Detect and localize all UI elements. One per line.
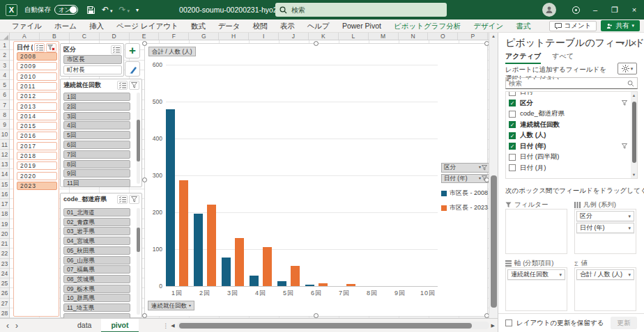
field-row-日付 (四半期)[interactable]: 日付 (四半期): [509, 152, 627, 163]
row-header-10[interactable]: 10: [0, 129, 9, 139]
vertical-scrollbar[interactable]: ▲: [489, 33, 498, 318]
bar-市区長 - 2023-7回[interactable]: [346, 284, 355, 286]
search-input[interactable]: [291, 6, 417, 14]
slicer-item[interactable]: 2009: [17, 62, 57, 70]
chart-selection-handle[interactable]: [142, 41, 147, 46]
column-header-H[interactable]: H: [219, 33, 249, 40]
field-row-code_都道府県[interactable]: code_都道府県: [509, 109, 627, 120]
ribbon-tab-13[interactable]: 書式: [509, 19, 537, 32]
window-options-icon[interactable]: [566, 0, 585, 19]
row-header-6[interactable]: 6: [0, 90, 9, 100]
row-header-5[interactable]: 5: [0, 80, 9, 90]
bar-市区長 - 2008-4回[interactable]: [250, 276, 259, 286]
slicer-item[interactable]: 5回: [63, 131, 130, 139]
column-header-I[interactable]: I: [249, 33, 279, 40]
field-checkbox[interactable]: ✓: [509, 121, 516, 128]
slicer-item[interactable]: 2回: [63, 102, 130, 111]
column-header-J[interactable]: J: [279, 33, 309, 40]
slicer-item[interactable]: 2016: [17, 132, 57, 140]
row-header-26[interactable]: 26: [0, 288, 9, 298]
row-header-20[interactable]: 20: [0, 229, 9, 239]
field-row-日付 (年)[interactable]: ✓日付 (年): [509, 141, 627, 152]
field-checkbox[interactable]: [509, 111, 516, 118]
field-chip-区分[interactable]: 区分▾: [576, 211, 634, 221]
column-header-F[interactable]: F: [159, 33, 189, 40]
ribbon-tab-9[interactable]: ヘルプ: [301, 19, 336, 32]
ribbon-tab-8[interactable]: 表示: [274, 19, 301, 32]
select-all-corner[interactable]: [0, 33, 10, 40]
ribbon-tab-10[interactable]: Power Pivot: [336, 19, 388, 32]
multiselect-icon[interactable]: [117, 195, 128, 204]
area-box-2[interactable]: 連続就任回数▾: [505, 267, 567, 311]
field-row-人数 (人)[interactable]: ✓人数 (人): [509, 130, 627, 141]
legend-field-button-date[interactable]: 日付 (年)▾: [441, 174, 489, 184]
slicer-scroll-thumb[interactable]: [137, 120, 140, 161]
row-header-17[interactable]: 17: [0, 199, 9, 209]
chart-selection-handle[interactable]: [314, 313, 319, 318]
slicer-item[interactable]: 市区長: [63, 55, 122, 64]
column-header-A[interactable]: A: [10, 33, 40, 40]
bar-市区長 - 2023-2回[interactable]: [207, 205, 216, 286]
column-header-C[interactable]: C: [70, 33, 100, 40]
slicer-item[interactable]: 03_岩手県: [63, 227, 130, 235]
field-row-区分[interactable]: ✓区分: [509, 98, 627, 109]
slicer-scrollbar[interactable]: [137, 93, 140, 184]
clear-filter-icon[interactable]: [46, 43, 56, 52]
legend-field-button-kubun[interactable]: 区分▾: [441, 163, 489, 173]
slicer-item[interactable]: 8回: [63, 160, 130, 168]
area-box-3[interactable]: 合計 / 人数 (人)▾: [574, 267, 636, 311]
close-button[interactable]: ×: [624, 0, 644, 19]
bar-市区長 - 2023-1回[interactable]: [179, 180, 188, 286]
sheet-nav-next-icon[interactable]: ›: [15, 321, 24, 331]
field-checkbox[interactable]: ✓: [509, 132, 516, 139]
update-button[interactable]: 更新: [611, 317, 637, 329]
excel-app-icon[interactable]: X: [6, 4, 17, 16]
row-header-16[interactable]: 16: [0, 189, 9, 199]
avatar[interactable]: [542, 3, 556, 17]
slicer-code[interactable]: code_都道府県01_北海道02_青森県03_岩手県04_宮城県05_秋田県0…: [60, 193, 142, 318]
slicer-item[interactable]: 2010: [17, 72, 57, 81]
close-icon[interactable]: ✕: [631, 39, 637, 48]
slicer-item[interactable]: 1回: [63, 93, 130, 101]
bar-市区長 - 2023-5回[interactable]: [291, 266, 300, 286]
save-icon[interactable]: [86, 6, 95, 15]
column-header-K[interactable]: K: [309, 33, 339, 40]
chart-value-field-button[interactable]: 合計 / 人数 (人): [148, 47, 196, 56]
slicer-item[interactable]: 11回: [63, 179, 130, 187]
row-header-7[interactable]: 7: [0, 100, 9, 110]
row-header-22[interactable]: 22: [0, 248, 9, 258]
horizontal-scrollbar[interactable]: ⋮ ◀ ▶: [162, 322, 495, 329]
chart-selection-handle[interactable]: [142, 313, 147, 318]
pane-tab-すべて[interactable]: すべて: [552, 52, 574, 64]
search-box[interactable]: [275, 3, 447, 17]
slicer-item[interactable]: 10_群馬県: [63, 294, 130, 302]
ribbon-tab-3[interactable]: 挿入: [83, 19, 110, 32]
field-chip-合計 / 人数 (人)[interactable]: 合計 / 人数 (人)▾: [576, 269, 634, 280]
chevron-down-icon[interactable]: ▾: [621, 39, 624, 47]
scroll-up-icon[interactable]: ▲: [489, 33, 498, 40]
slicer-item[interactable]: 08_茨城県: [63, 275, 130, 283]
slicer-item[interactable]: 4回: [63, 121, 130, 129]
chart-selection-handle[interactable]: [484, 313, 489, 318]
row-header-18[interactable]: 18: [0, 209, 9, 219]
area-box-0[interactable]: [505, 209, 567, 254]
fields-search-box[interactable]: [505, 77, 638, 89]
column-header-P[interactable]: P: [458, 33, 488, 40]
scroll-down-icon[interactable]: ▼: [631, 173, 637, 177]
bar-市区長 - 2023-4回[interactable]: [263, 247, 272, 286]
slicer-item[interactable]: 06_山形県: [63, 256, 130, 264]
field-checkbox[interactable]: [509, 154, 516, 161]
column-header-L[interactable]: L: [339, 33, 369, 40]
field-checkbox[interactable]: [509, 91, 516, 96]
slicer-item[interactable]: 2015: [17, 122, 57, 130]
column-header-E[interactable]: E: [130, 33, 160, 40]
row-header-19[interactable]: 19: [0, 219, 9, 229]
filter-icon[interactable]: [129, 195, 139, 204]
slicer-scroll-thumb[interactable]: [137, 228, 140, 252]
ribbon-tab-2[interactable]: ホーム: [48, 19, 83, 32]
ribbon-tab-7[interactable]: 校閲: [247, 19, 274, 32]
redo-button[interactable]: ↷ ▾: [119, 5, 130, 15]
slicer-date[interactable]: 日付 (…20082009201020112012201320142015201…: [13, 41, 59, 317]
row-header-4[interactable]: 4: [0, 70, 9, 80]
chart-axis-field-button[interactable]: 連続就任回数▾: [148, 301, 194, 310]
